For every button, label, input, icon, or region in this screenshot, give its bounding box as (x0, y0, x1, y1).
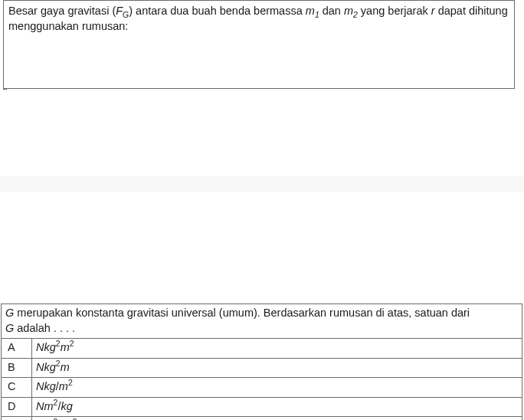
unit-part: kg (44, 380, 55, 392)
option-value: Nm2/kg (32, 397, 522, 417)
unit-part: N (36, 380, 44, 392)
option-letter: A (2, 339, 32, 359)
unit-sup: 2 (68, 379, 73, 387)
symbol-fg-sub: G (123, 11, 129, 19)
answer-stem-cell: G merupakan konstanta gravitasi universa… (2, 304, 522, 339)
page-separator (0, 176, 524, 192)
unit-part: m (61, 361, 70, 373)
option-letter: E (2, 417, 32, 420)
unit-part: m (44, 400, 53, 412)
option-row: D Nm2/kg (2, 397, 522, 417)
unit-part: kg (44, 341, 55, 353)
symbol-m1-base: m (306, 5, 315, 17)
question-text-part: ) antara dua buah benda bermassa (129, 5, 306, 17)
symbol-m1: m1 (306, 5, 319, 17)
symbol-m2: m2 (344, 5, 358, 17)
option-unit: Nkg2m2 (36, 341, 74, 353)
question-text-part: Besar gaya gravitasi ( (8, 5, 116, 17)
answer-table: G merupakan konstanta gravitasi universa… (1, 304, 522, 420)
unit-part: N (36, 361, 44, 373)
page: Besar gaya gravitasi (FG) antara dua bua… (0, 0, 524, 420)
unit-part: m (59, 380, 68, 392)
symbol-g: G (5, 307, 14, 319)
option-value: Nm2/kg2 (32, 417, 522, 420)
question-box: Besar gaya gravitasi (FG) antara dua bua… (3, 0, 515, 89)
option-row: C Nkg/m2 (2, 378, 522, 398)
unit-part: m (61, 341, 70, 353)
option-unit: Nm2/kg (36, 400, 73, 412)
question-text: Besar gaya gravitasi (FG) antara dua bua… (8, 5, 508, 32)
option-row: A Nkg2m2 (2, 339, 522, 359)
answer-stem-text: merupakan konstanta gravitasi universal … (14, 307, 470, 319)
unit-part: N (36, 400, 44, 412)
symbol-fg: FG (116, 5, 129, 17)
option-letter: D (2, 397, 32, 417)
option-letter: B (2, 358, 32, 378)
option-value: Nkg2m (32, 358, 522, 378)
answer-stem-text: adalah . . . . (14, 322, 75, 334)
option-row: E Nm2/kg2 (2, 417, 522, 420)
question-text-part: dan (319, 5, 344, 17)
unit-part: N (36, 341, 44, 353)
option-value: Nkg2m2 (32, 339, 522, 359)
answer-stem-row: G merupakan konstanta gravitasi universa… (2, 304, 522, 339)
unit-part: kg (61, 400, 72, 412)
symbol-fg-base: F (116, 5, 123, 17)
table-edge-stub (3, 89, 7, 90)
option-unit: Nkg2m (36, 361, 70, 373)
option-unit: Nkg/m2 (36, 380, 73, 392)
unit-sup: 2 (70, 340, 74, 348)
symbol-m2-base: m (344, 5, 353, 17)
option-row: B Nkg2m (2, 358, 522, 378)
unit-part: kg (44, 361, 55, 373)
option-letter: C (2, 378, 32, 398)
option-value: Nkg/m2 (32, 378, 522, 398)
question-text-part: yang berjarak (358, 5, 431, 17)
symbol-g: G (5, 322, 14, 334)
